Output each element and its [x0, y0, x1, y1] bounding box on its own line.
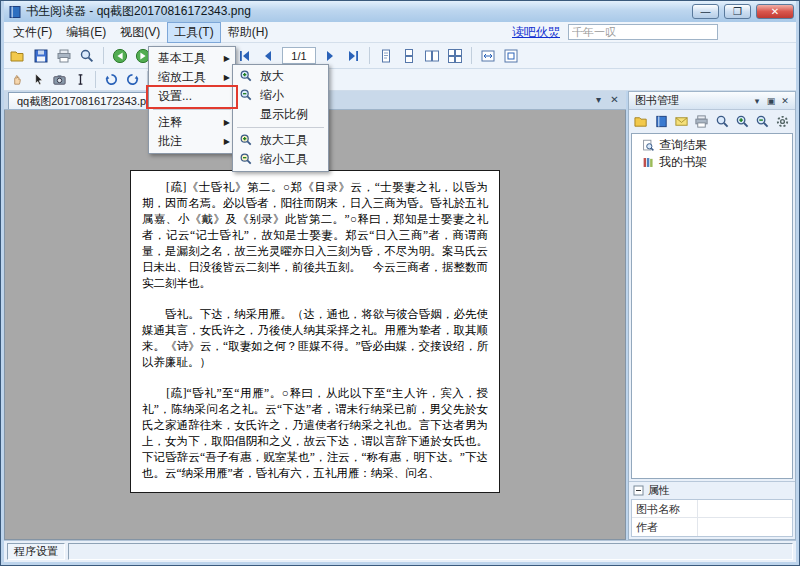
fit-width-button[interactable]: [477, 45, 499, 67]
book-panel-toolbar: [629, 110, 795, 132]
panel-zoom-out-button[interactable]: [754, 112, 772, 131]
menu-item-basic-tools[interactable]: 基本工具 ▶: [151, 49, 233, 68]
submenu-arrow-icon: ▶: [224, 132, 230, 151]
collapse-icon: [633, 485, 644, 496]
panel-settings-button[interactable]: [774, 112, 792, 131]
print-button[interactable]: [53, 45, 75, 67]
document-paragraph: [疏]“昏礼”至“用雁”。○释曰，从此以下至“主人许，宾入，授礼”，陈纳采问名之…: [142, 385, 488, 481]
panel-book-button[interactable]: [652, 112, 670, 131]
property-label: 作者: [632, 518, 698, 536]
submenu-item-label: 缩小工具: [260, 152, 308, 166]
panel-search-button[interactable]: [713, 112, 731, 131]
status-filler: [68, 543, 793, 560]
zoom-in-icon: [239, 69, 253, 83]
rotate-left-button[interactable]: [101, 70, 121, 89]
panel-close-button[interactable]: ✕: [778, 94, 792, 107]
panel-open-folder-button[interactable]: [632, 112, 650, 131]
panel-zoom-in-button[interactable]: [733, 112, 751, 131]
document-tab-label: qq截图20170816172343.p...: [17, 95, 155, 107]
save-button[interactable]: [30, 45, 52, 67]
submenu-item-zoom-out[interactable]: 缩小: [235, 86, 326, 105]
properties-title: 属性: [648, 483, 670, 498]
app-icon: [8, 5, 22, 19]
property-row: 作者: [632, 518, 792, 536]
menubar: 文件(F) 编辑(E) 视图(V) 工具(T) 帮助(H) 读吧伙焸: [4, 22, 796, 43]
property-row: 图书名称: [632, 500, 792, 518]
panel-pin-button[interactable]: ▣: [764, 94, 778, 107]
menu-edit[interactable]: 编辑(E): [59, 22, 113, 43]
titlebar: 书生阅读器 - qq截图20170816172343.png — ❐ ✕: [4, 1, 796, 22]
zoom-out-tool-icon: [239, 152, 253, 166]
bookshelf-icon: [642, 156, 655, 169]
tab-close-button[interactable]: ✕: [607, 92, 622, 107]
book-panel-title: 图书管理: [635, 93, 750, 108]
submenu-item-zoom-ratio[interactable]: 显示比例: [235, 105, 326, 124]
library-tree: 查询结果 我的书架: [631, 133, 793, 479]
close-button[interactable]: ✕: [756, 4, 794, 19]
menu-view[interactable]: 视图(V): [113, 22, 167, 43]
toolbar-separator: [95, 71, 96, 88]
property-value[interactable]: [698, 518, 792, 536]
toolbar-separator: [369, 47, 370, 64]
menu-separator: [153, 109, 231, 110]
tree-item-label: 查询结果: [659, 137, 707, 154]
menu-tools[interactable]: 工具(T): [167, 22, 220, 43]
document-page[interactable]: [疏]《士昏礼》第二。○郑《目录》云，“士娶妻之礼，以昏为期，因而名焉。必以昏者…: [130, 170, 500, 493]
document-tab[interactable]: qq截图20170816172343.p...: [8, 92, 164, 109]
submenu-item-label: 显示比例: [260, 107, 308, 121]
tools-toolbar: [4, 69, 796, 91]
last-page-button[interactable]: [342, 45, 364, 67]
submenu-item-zoom-out-tool[interactable]: 缩小工具: [235, 150, 326, 169]
panel-print-button[interactable]: [693, 112, 711, 131]
maximize-button[interactable]: ❐: [724, 4, 751, 19]
hand-tool-button[interactable]: [7, 70, 27, 89]
main-toolbar: 1/1: [4, 43, 796, 69]
submenu-item-zoom-in[interactable]: 放大: [235, 67, 326, 86]
search-button[interactable]: [76, 45, 98, 67]
properties-header[interactable]: 属性: [629, 482, 795, 499]
menu-item-annotation[interactable]: 注释 ▶: [151, 113, 233, 132]
zoom-out-icon: [239, 88, 253, 102]
document-canvas[interactable]: [疏]《士昏礼》第二。○郑《目录》云，“士娶妻之礼，以昏为期，因而名焉。必以昏者…: [4, 110, 626, 540]
submenu-item-label: 放大: [260, 69, 284, 83]
submenu-item-label: 缩小: [260, 88, 284, 102]
text-select-tool-button[interactable]: [70, 70, 90, 89]
zoom-in-tool-icon: [239, 133, 253, 147]
previous-view-button[interactable]: [109, 45, 131, 67]
continuous-facing-view-button[interactable]: [444, 45, 466, 67]
menu-separator: [237, 127, 324, 128]
menu-item-comment[interactable]: 批注 ▶: [151, 132, 233, 151]
submenu-arrow-icon: ▶: [224, 49, 230, 68]
menu-file[interactable]: 文件(F): [6, 22, 59, 43]
annotation-red-box: [146, 85, 238, 109]
open-button[interactable]: [7, 45, 29, 67]
page-indicator[interactable]: 1/1: [282, 47, 316, 64]
submenu-arrow-icon: ▶: [224, 113, 230, 132]
search-results-icon: [642, 139, 655, 152]
search-input[interactable]: [568, 24, 718, 40]
panel-mail-button[interactable]: [673, 112, 691, 131]
snapshot-tool-button[interactable]: [49, 70, 69, 89]
select-tool-button[interactable]: [28, 70, 48, 89]
tab-list-button[interactable]: ▾: [591, 92, 606, 107]
duba-promo-link[interactable]: 读吧伙焸: [512, 24, 560, 41]
book-management-panel: 图书管理 ▾ ▣ ✕ 查询结果: [628, 91, 796, 540]
document-paragraph: 昏礼。下达，纳采用雁。（达，通也，将欲与彼合昏姻，必先使媒通其言，女氏许之，乃後…: [142, 306, 488, 370]
property-value[interactable]: [698, 500, 792, 517]
status-hint: 程序设置: [7, 543, 65, 560]
fit-page-button[interactable]: [500, 45, 522, 67]
rotate-right-button[interactable]: [122, 70, 142, 89]
toolbar-separator: [103, 47, 104, 64]
tree-item-label: 我的书架: [659, 154, 707, 171]
tree-item-search-results[interactable]: 查询结果: [634, 137, 790, 154]
panel-dropdown-button[interactable]: ▾: [750, 94, 764, 107]
tree-item-my-bookshelf[interactable]: 我的书架: [634, 154, 790, 171]
submenu-item-zoom-in-tool[interactable]: 放大工具: [235, 131, 326, 150]
facing-view-button[interactable]: [421, 45, 443, 67]
single-page-view-button[interactable]: [375, 45, 397, 67]
continuous-view-button[interactable]: [398, 45, 420, 67]
menu-help[interactable]: 帮助(H): [221, 22, 276, 43]
book-panel-header: 图书管理 ▾ ▣ ✕: [629, 92, 795, 110]
minimize-button[interactable]: —: [692, 4, 719, 19]
zoom-submenu: 放大 缩小 显示比例 放大工具 缩小工具: [232, 64, 329, 172]
